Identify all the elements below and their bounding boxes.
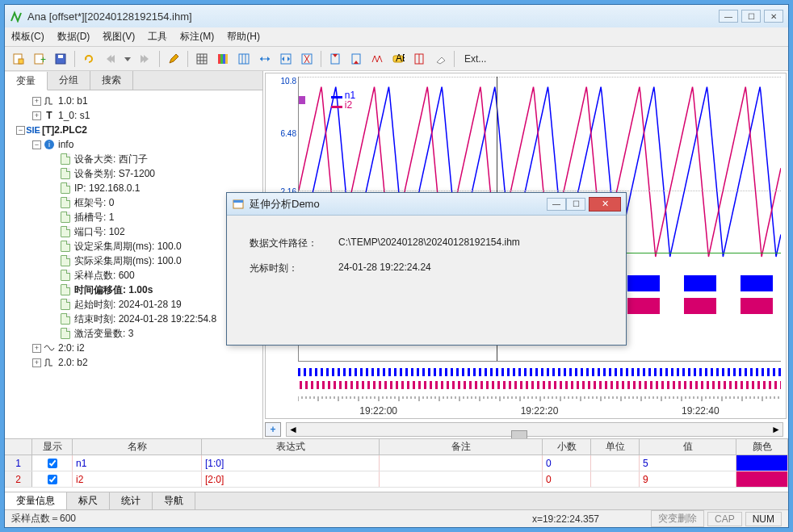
svg-rect-212 (746, 381, 749, 389)
tree-item[interactable]: 框架号: 0 (74, 196, 114, 210)
tb-new-icon[interactable] (10, 50, 27, 68)
maximize-button[interactable]: ☐ (741, 10, 761, 23)
tree-item[interactable]: 设定采集周期(ms): 100.0 (74, 240, 182, 253)
svg-rect-77 (490, 368, 493, 376)
menu-tools[interactable]: 工具 (148, 30, 167, 44)
tab-groups[interactable]: 分组 (48, 71, 90, 90)
marker-icon[interactable] (298, 96, 305, 104)
tb-grid-icon[interactable] (193, 50, 211, 68)
expand-icon[interactable]: + (32, 111, 41, 120)
svg-rect-344 (233, 200, 243, 203)
menu-template[interactable]: 模板(C) (11, 30, 44, 44)
tb-flag-icon[interactable] (410, 50, 428, 68)
tb-add-icon[interactable]: + (31, 50, 48, 68)
menu-annotate[interactable]: 标注(M) (180, 30, 214, 44)
tree-item-plc[interactable]: [T]2.PLC2 (42, 124, 87, 136)
col-dec[interactable]: 小数 (543, 439, 591, 455)
tb-refresh-icon[interactable] (80, 50, 98, 68)
tb-marker1-icon[interactable] (326, 50, 344, 68)
tb-wave-icon[interactable] (368, 50, 386, 68)
dialog-close-button[interactable]: ✕ (589, 197, 621, 212)
tb-vcursor-icon[interactable] (235, 50, 253, 68)
tb-save-icon[interactable] (52, 50, 69, 68)
add-axis-button[interactable]: + (265, 422, 281, 437)
btab-stats[interactable]: 统计 (110, 492, 153, 509)
tree-item-info[interactable]: info (58, 139, 73, 150)
tree-item[interactable]: 采样点数: 600 (74, 269, 135, 283)
tb-marker2-icon[interactable] (347, 50, 365, 68)
col-unit[interactable]: 单位 (591, 439, 640, 455)
menu-help[interactable]: 帮助(H) (227, 30, 260, 44)
tree-item[interactable]: IP: 192.168.0.1 (74, 182, 140, 194)
digital-strip (298, 367, 781, 392)
time-scrollbar[interactable]: ◄ ► (286, 422, 783, 437)
tb-zoomin-icon[interactable] (298, 50, 316, 68)
expand-icon[interactable]: + (32, 344, 41, 353)
tb-label-icon[interactable]: AB (389, 50, 407, 68)
btab-ruler[interactable]: 标尺 (67, 492, 110, 509)
svg-rect-177 (548, 381, 551, 389)
collapse-icon[interactable]: − (32, 140, 41, 149)
tab-variables[interactable]: 变量 (5, 72, 48, 90)
btab-nav[interactable]: 导航 (153, 492, 195, 509)
tree-item[interactable]: 实际采集周期(ms): 100.0 (74, 254, 182, 268)
svg-rect-144 (362, 381, 364, 389)
status-mutate-delete[interactable]: 突变删除 (651, 510, 704, 527)
table-row[interactable]: 2 i2 [2:0] 0 9 (5, 471, 788, 488)
col-index[interactable] (5, 439, 32, 455)
col-name[interactable]: 名称 (73, 439, 202, 455)
tb-edit-icon[interactable] (165, 50, 183, 68)
tb-prev-icon[interactable] (101, 50, 119, 68)
col-value[interactable]: 值 (640, 439, 736, 455)
menu-view[interactable]: 视图(V) (103, 30, 135, 44)
tree-item[interactable]: 2:0: i2 (58, 342, 85, 354)
tb-next-icon[interactable] (136, 50, 154, 68)
svg-rect-214 (757, 381, 760, 389)
statusbar: 采样点数＝600 x=19:22:24.357 突变删除 CAP NUM (5, 509, 788, 527)
col-color[interactable]: 颜色 (736, 439, 788, 455)
svg-rect-172 (520, 381, 522, 389)
btab-varinfo[interactable]: 变量信息 (5, 492, 67, 509)
svg-rect-58 (383, 368, 385, 376)
expand-icon[interactable]: + (32, 97, 41, 106)
tree-item[interactable]: 起始时刻: 2024-01-28 19 (74, 298, 182, 312)
toolbar-ext-button[interactable]: Ext... (464, 53, 486, 65)
tree-item[interactable]: 设备大类: 西门子 (74, 153, 148, 166)
tree-item[interactable]: 插槽号: 1 (74, 211, 114, 224)
expand-icon[interactable]: + (32, 358, 41, 367)
svg-rect-48 (326, 368, 329, 376)
tb-eraser-icon[interactable] (431, 50, 449, 68)
tree-item[interactable]: 端口号: 102 (74, 225, 125, 239)
table-row[interactable]: 1 n1 [1:0] 0 5 (5, 455, 788, 471)
color-swatch[interactable] (736, 455, 787, 471)
close-button[interactable]: ✕ (764, 10, 783, 23)
tree-item-offset[interactable]: 时间偏移值: 1.00s (74, 283, 153, 297)
tree-item[interactable]: 结束时刻: 2024-01-28 19:22:54.8 (74, 312, 216, 326)
svg-rect-87 (547, 368, 549, 376)
tree-item[interactable]: 1_0: s1 (58, 110, 90, 121)
tree-view[interactable]: +1.0: b1 +T1_0: s1 −SIE[T]2.PLC2 −iinfo … (5, 90, 262, 438)
show-checkbox[interactable] (48, 459, 57, 468)
tree-item[interactable]: 设备类别: S7-1200 (74, 167, 155, 181)
show-checkbox[interactable] (48, 475, 57, 484)
tree-item[interactable]: 2.0: b2 (58, 357, 88, 368)
tree-item[interactable]: 1.0: b1 (58, 95, 88, 107)
dialog-maximize-button[interactable]: ☐ (566, 198, 585, 211)
collapse-icon[interactable]: − (16, 126, 25, 135)
minimize-button[interactable]: — (719, 10, 738, 23)
svg-rect-98 (609, 368, 611, 376)
doc-icon (60, 241, 71, 252)
menu-data[interactable]: 数据(D) (57, 30, 90, 44)
tb-palette-icon[interactable] (214, 50, 232, 68)
tab-search[interactable]: 搜索 (90, 71, 133, 90)
svg-rect-196 (656, 381, 658, 389)
dialog-minimize-button[interactable]: — (547, 198, 566, 211)
tb-dropdown-icon[interactable] (122, 50, 133, 68)
col-expr[interactable]: 表达式 (202, 439, 380, 455)
tb-zoomout-icon[interactable] (277, 50, 295, 68)
tb-hrange-icon[interactable] (256, 50, 274, 68)
col-show[interactable]: 显示 (32, 439, 73, 455)
color-swatch[interactable] (736, 471, 787, 487)
col-note[interactable]: 备注 (380, 439, 543, 455)
tree-item[interactable]: 激活变量数: 3 (74, 327, 133, 341)
